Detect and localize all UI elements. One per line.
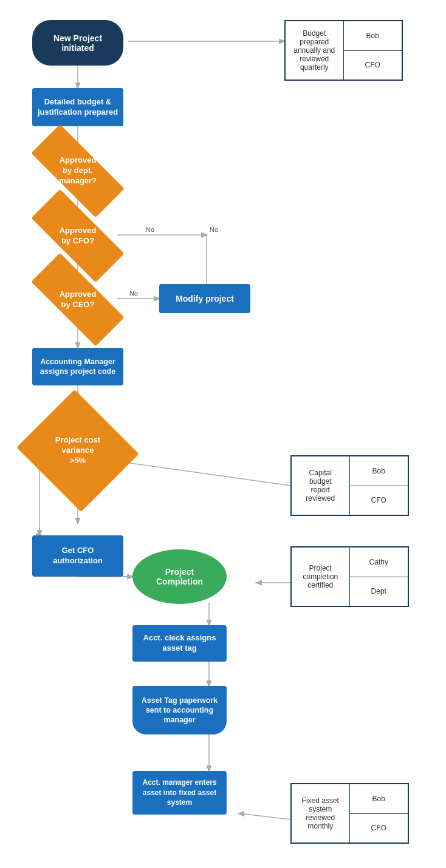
project-completion-cert-infobox: Projectcompletioncertified Cathy Dept: [290, 546, 409, 607]
acct-manager-fixed-node: Acct. manager entersasset into fixed ass…: [132, 771, 227, 815]
capital-budget-left: Capitalbudgetreportreviewed: [292, 456, 350, 515]
acct-clerk-node: Acct. cleck assignsasset tag: [132, 625, 227, 662]
capital-budget-right-bottom: CFO: [350, 486, 408, 515]
svg-text:No: No: [129, 290, 138, 297]
capital-budget-right-top: Bob: [350, 456, 408, 486]
project-cost-diamond: Project costvariance>5%: [32, 410, 123, 492]
approved-dept-diamond: Approvedby dept.manager?: [32, 151, 123, 191]
svg-text:No: No: [146, 226, 154, 233]
get-cfo-node: Get CFOauthorization: [32, 535, 123, 577]
budget-prepared-infobox: Budgetpreparedannually andreviewedquarte…: [284, 20, 403, 81]
accounting-manager-node: Accounting Managerassigns project code: [32, 348, 123, 385]
svg-line-22: [239, 813, 290, 819]
modify-project-node: Modify project: [159, 284, 250, 313]
approved-cfo-diamond: Approvedby CFO?: [32, 215, 123, 256]
svg-text:No: No: [210, 226, 218, 233]
budget-prepared-right-top: Bob: [344, 21, 402, 51]
project-cert-left: Projectcompletioncertified: [292, 548, 350, 606]
approved-ceo-diamond: Approvedby CEO?: [32, 279, 123, 320]
project-completion-node: ProjectCompletion: [132, 549, 227, 604]
budget-prepared-left: Budgetpreparedannually andreviewedquarte…: [286, 21, 344, 80]
fixed-asset-infobox: Fixed assetsystemreviewedmonthly Bob CFO: [290, 783, 409, 844]
flowchart: No No No New Projectiniti: [0, 0, 446, 868]
fixed-asset-right-top: Bob: [350, 784, 408, 814]
new-project-node: New Projectinitiated: [32, 20, 123, 66]
asset-tag-node: Asset Tag paperworksent to accountingman…: [132, 686, 227, 734]
capital-budget-infobox: Capitalbudgetreportreviewed Bob CFO: [290, 455, 409, 516]
project-cert-right-top: Cathy: [350, 548, 408, 577]
svg-line-16: [117, 461, 290, 486]
detailed-budget-node: Detailed budget &justification prepared: [32, 88, 123, 126]
project-cert-right-bottom: Dept: [350, 577, 408, 606]
fixed-asset-left: Fixed assetsystemreviewedmonthly: [292, 784, 350, 843]
fixed-asset-right-bottom: CFO: [350, 814, 408, 843]
budget-prepared-right-bottom: CFO: [344, 51, 402, 80]
